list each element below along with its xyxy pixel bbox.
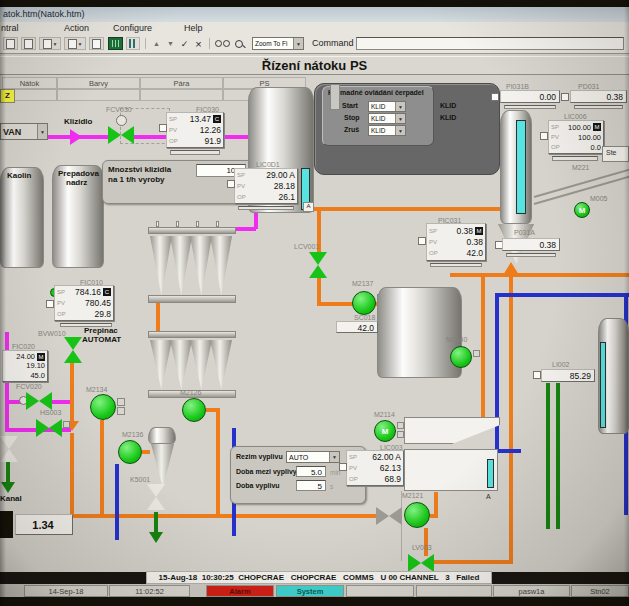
lic0d1-checkbox[interactable]	[227, 180, 235, 188]
li002-value[interactable]: 85.29	[541, 369, 595, 382]
faceplate-lic003[interactable]: SP62.00 A PV62.13 OP68.9	[346, 450, 404, 486]
faceplate-fic030[interactable]: SP13.47C PV12.26 OP91.9	[166, 112, 224, 148]
pv-value: 0.38	[438, 237, 483, 247]
vypliv-duration-input[interactable]: 5	[296, 480, 326, 491]
m2121-pump[interactable]	[404, 502, 430, 528]
ste-button[interactable]: Ste	[602, 146, 629, 162]
drain-valve[interactable]	[0, 436, 18, 462]
tag-pd031: PD031	[578, 83, 599, 90]
faceplate-fic010[interactable]: SP784.16C PV780.45 OP29.8	[54, 285, 114, 321]
sp-label: SP	[237, 172, 246, 178]
faceplate-fic020[interactable]: 24.00M 19.10 45.0	[2, 350, 48, 382]
m2114-motor[interactable]: M	[374, 420, 396, 442]
toolbar-button-4[interactable]: ▼	[64, 37, 86, 50]
menu-configure[interactable]: Configure	[113, 23, 152, 33]
battery1-stub	[176, 221, 179, 227]
tag-fic020: FIC020	[12, 343, 35, 350]
accept-icon[interactable]: ✓	[178, 37, 191, 50]
lic006-checkbox[interactable]	[540, 132, 548, 140]
footer-spare-1[interactable]	[346, 585, 414, 597]
lic0d1-op-slider[interactable]	[238, 206, 294, 210]
page-down-icon[interactable]: ▼	[164, 37, 177, 50]
tab-natok[interactable]: Nátok	[2, 77, 57, 89]
bvw010-valve[interactable]	[64, 337, 82, 363]
vypliv-mode-value: AUTO	[289, 454, 308, 461]
lic003-checkbox[interactable]	[339, 463, 347, 471]
magnifier-icon[interactable]	[233, 37, 248, 50]
bars-glyph	[129, 39, 137, 48]
pd031-value[interactable]: 0.38	[570, 90, 627, 103]
kaolin-tank	[0, 167, 44, 268]
hs003-valve[interactable]	[36, 419, 62, 437]
pi031b-checkbox[interactable]	[491, 93, 499, 101]
fic030-checkbox[interactable]	[159, 124, 167, 132]
toolbar-button-2[interactable]	[21, 37, 36, 50]
menu-help[interactable]: Help	[184, 23, 203, 33]
fcv020-valve[interactable]	[26, 392, 52, 410]
pv-row: PV62.13	[349, 463, 401, 472]
lv003-valve[interactable]	[408, 554, 434, 572]
display-icon[interactable]	[108, 37, 123, 50]
m2137-pump[interactable]	[352, 291, 376, 315]
tag-lcv001: LCV001	[294, 243, 319, 250]
m005-motor[interactable]: M	[574, 202, 590, 218]
system-button[interactable]: System	[276, 585, 344, 597]
pd031-checkbox[interactable]	[561, 93, 569, 101]
pic031-op-slider[interactable]	[430, 263, 482, 267]
toolbar-button-5[interactable]	[89, 37, 104, 50]
pi031b-value[interactable]: 0.00	[500, 90, 560, 103]
cancel-select[interactable]: KLID▼	[368, 125, 406, 136]
li002-checkbox[interactable]	[533, 371, 541, 379]
cancel-icon[interactable]: ×	[192, 37, 205, 50]
sp-label: SP	[169, 116, 178, 122]
footer-spare-2[interactable]	[416, 585, 492, 597]
alarm-button[interactable]: Alarm	[206, 585, 274, 597]
chevron-down-icon: ▼	[395, 114, 405, 123]
tab-para[interactable]: Pára	[140, 77, 223, 89]
faceplate-pic031[interactable]: SP0.38M PV0.38 OP42.0	[426, 223, 486, 261]
pic031-checkbox[interactable]	[418, 237, 426, 245]
toolbar-button-1[interactable]	[3, 37, 18, 50]
faceplate-lic006[interactable]: SP100.00M PV100.00 OP0.0	[548, 120, 604, 154]
chevron-down-icon: ▼	[395, 126, 405, 135]
vypliv-interval-label: Doba mezi vyplivy	[236, 468, 297, 475]
vypliv-mode-select[interactable]: AUTO▼	[286, 451, 340, 463]
fcv030-valve[interactable]	[108, 126, 134, 144]
m2136-pump[interactable]	[118, 440, 142, 464]
lcv001-valve[interactable]	[309, 252, 327, 278]
menu-central[interactable]: ntral	[1, 23, 19, 33]
tab-cell-empty[interactable]	[140, 89, 223, 101]
find-binoculars-icon[interactable]	[213, 37, 231, 50]
ratio-value[interactable]: 1.34	[15, 514, 73, 535]
lic006-op-slider[interactable]	[552, 156, 598, 161]
stop-select[interactable]: KLID▼	[368, 113, 406, 124]
m2134-pump[interactable]	[90, 394, 116, 420]
command-input[interactable]	[356, 37, 624, 50]
p031a-value[interactable]: 0.38	[502, 238, 560, 251]
op-value: 29.8	[66, 309, 111, 319]
fic010-checkbox[interactable]	[46, 300, 54, 308]
pipe-orange-lv003-down	[424, 528, 428, 556]
sc018-value[interactable]: 42.0	[336, 321, 378, 333]
k5001-valve[interactable]	[147, 484, 165, 510]
tab-cell-empty[interactable]	[57, 89, 140, 101]
toolbar-button-3[interactable]: ▼	[39, 37, 61, 50]
op-label: OP	[169, 138, 178, 144]
op-label: OP	[57, 311, 66, 317]
start-select[interactable]: KLID▼	[368, 101, 406, 112]
vypliv-interval-input[interactable]: 5.0	[296, 466, 326, 477]
op-value: 45.0	[5, 371, 45, 380]
zoom-select[interactable]: Zoom To Fi ▼	[252, 37, 304, 50]
grey-stub-pipe	[330, 84, 340, 110]
m2126-pump[interactable]	[182, 398, 206, 422]
fic030-op-slider[interactable]	[170, 150, 220, 155]
menu-action[interactable]: Action	[64, 23, 89, 33]
tab-barvy[interactable]: Barvy	[57, 77, 140, 89]
faceplate-lic0d1[interactable]: SP29.00 A PV28.18 OP26.1	[234, 168, 298, 204]
m2140-pump[interactable]	[450, 346, 472, 368]
van-select[interactable]: VAN ▼	[0, 123, 48, 140]
trend-bars-icon[interactable]	[126, 37, 140, 50]
pipe-orange-to-trap	[481, 277, 485, 417]
page-up-icon[interactable]: ▲	[150, 37, 163, 50]
m2121-inlet-valve[interactable]	[376, 507, 402, 525]
